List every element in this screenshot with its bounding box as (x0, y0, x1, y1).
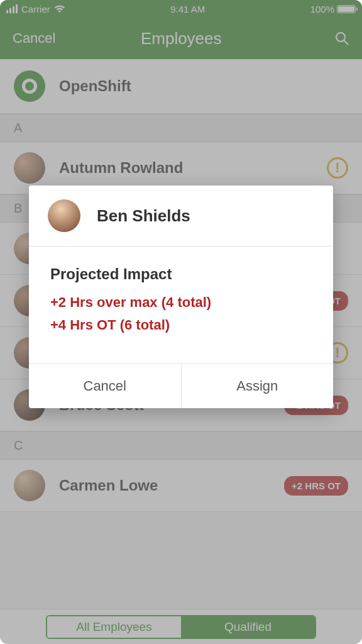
modal-employee-name: Ben Shields (97, 206, 190, 226)
screen: Carrier 9:41 AM 100% Cancel Employees Op… (0, 0, 362, 644)
modal-actions: Cancel Assign (29, 364, 333, 408)
projected-impact-title: Projected Impact (50, 265, 312, 283)
modal-assign-button[interactable]: Assign (181, 364, 334, 408)
impact-line: +4 Hrs OT (6 total) (50, 317, 312, 333)
assign-modal: Ben Shields Projected Impact +2 Hrs over… (29, 186, 333, 408)
impact-line: +2 Hrs over max (4 total) (50, 294, 312, 311)
modal-header: Ben Shields (29, 186, 333, 247)
modal-cancel-button[interactable]: Cancel (29, 364, 181, 408)
modal-body: Projected Impact +2 Hrs over max (4 tota… (29, 247, 333, 364)
avatar (48, 199, 80, 232)
